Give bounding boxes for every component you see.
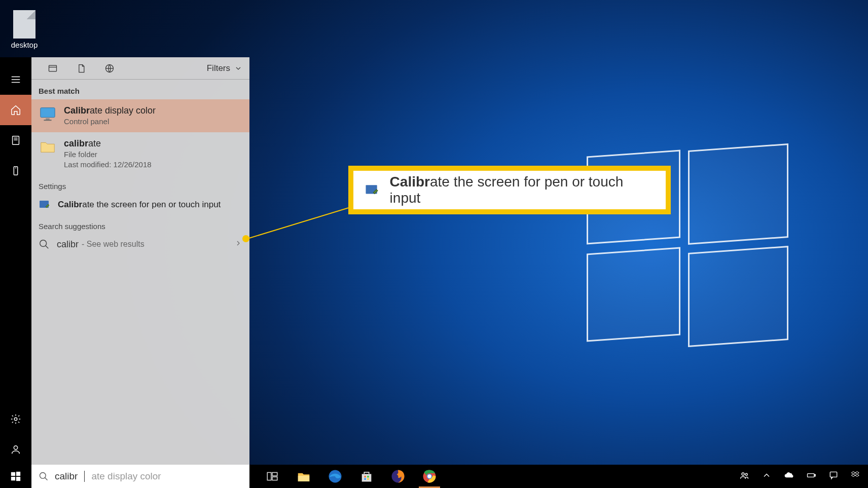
svg-rect-15 bbox=[16, 477, 20, 481]
svg-rect-24 bbox=[367, 476, 369, 478]
tray-overflow-chevron-icon[interactable] bbox=[762, 470, 772, 482]
hamburger-icon[interactable] bbox=[0, 64, 31, 95]
desktop-ini-icon[interactable]: desktop bbox=[9, 10, 40, 49]
desktop-icon-label: desktop bbox=[9, 41, 40, 49]
svg-rect-22 bbox=[362, 474, 372, 481]
start-search-panel: Filters Best match Calibrate display col… bbox=[31, 57, 249, 465]
account-icon[interactable] bbox=[0, 434, 31, 465]
svg-rect-6 bbox=[41, 108, 55, 118]
svg-rect-33 bbox=[808, 474, 814, 477]
settings-header: Settings bbox=[31, 175, 249, 195]
svg-rect-20 bbox=[298, 476, 310, 481]
result-calibrate-display-color[interactable]: Calibrate display color Control panel bbox=[31, 99, 249, 132]
svg-rect-8 bbox=[44, 120, 51, 121]
svg-rect-34 bbox=[815, 474, 816, 476]
scope-web-icon[interactable] bbox=[95, 57, 124, 80]
home-icon[interactable] bbox=[0, 95, 31, 125]
svg-rect-4 bbox=[49, 65, 57, 71]
svg-point-32 bbox=[745, 473, 747, 475]
battery-icon[interactable] bbox=[806, 470, 816, 482]
gear-icon[interactable] bbox=[0, 404, 31, 434]
taskbar-search-box[interactable]: calibrate display color bbox=[31, 465, 249, 488]
result-title: Calibrate display color bbox=[64, 104, 156, 117]
svg-rect-14 bbox=[11, 477, 15, 480]
search-icon bbox=[39, 471, 49, 481]
taskbar-pinned-apps bbox=[249, 465, 438, 488]
text-caret bbox=[84, 471, 85, 482]
edge-browser-icon[interactable] bbox=[327, 468, 344, 485]
svg-rect-12 bbox=[11, 472, 15, 476]
start-button[interactable] bbox=[0, 465, 31, 488]
settings-item-title: Calibrate the screen for pen or touch in… bbox=[58, 200, 221, 210]
callout-anchor-dot bbox=[242, 235, 249, 242]
search-typed: calibr bbox=[55, 471, 78, 482]
chevron-down-icon bbox=[234, 64, 242, 72]
monitor-icon bbox=[39, 104, 57, 123]
search-autocomplete-ghost: ate display color bbox=[91, 471, 161, 482]
suggestions-header: Search suggestions bbox=[31, 215, 249, 235]
svg-rect-23 bbox=[364, 476, 366, 478]
file-explorer-icon[interactable] bbox=[295, 468, 312, 485]
svg-rect-18 bbox=[272, 472, 277, 476]
callout-text: Calibrate the screen for pen or touch in… bbox=[390, 174, 655, 206]
folder-icon bbox=[39, 137, 57, 156]
firefox-icon[interactable] bbox=[389, 468, 407, 485]
dropbox-icon[interactable] bbox=[851, 470, 861, 482]
microsoft-store-icon[interactable] bbox=[358, 468, 375, 485]
tablet-pen-icon bbox=[39, 199, 51, 211]
filters-label: Filters bbox=[207, 63, 230, 73]
web-suggestion[interactable]: calibr - See web results bbox=[31, 235, 249, 254]
best-match-header: Best match bbox=[31, 80, 249, 99]
action-center-icon[interactable] bbox=[828, 470, 839, 482]
filters-dropdown[interactable]: Filters bbox=[207, 63, 242, 73]
onedrive-icon[interactable] bbox=[784, 470, 794, 482]
result-title: calibrate bbox=[64, 137, 152, 149]
chevron-right-icon bbox=[234, 239, 242, 249]
annotation-callout: Calibrate the screen for pen or touch in… bbox=[348, 166, 671, 214]
svg-point-31 bbox=[742, 473, 744, 475]
suggestion-typed: calibr bbox=[57, 239, 79, 250]
people-icon[interactable] bbox=[739, 470, 749, 482]
result-subtitle2: Last modified: 12/26/2018 bbox=[64, 160, 152, 170]
svg-rect-17 bbox=[267, 472, 271, 480]
file-icon bbox=[13, 10, 35, 39]
search-icon bbox=[39, 239, 50, 250]
result-subtitle: Control panel bbox=[64, 117, 156, 127]
recent-icon[interactable] bbox=[0, 125, 31, 156]
chrome-icon[interactable] bbox=[421, 468, 438, 485]
svg-rect-19 bbox=[272, 477, 277, 480]
scope-documents-icon[interactable] bbox=[67, 57, 95, 80]
svg-rect-13 bbox=[16, 472, 20, 476]
svg-rect-0 bbox=[13, 136, 19, 145]
svg-rect-35 bbox=[830, 472, 837, 477]
svg-point-3 bbox=[14, 446, 17, 449]
svg-point-2 bbox=[14, 418, 17, 421]
result-subtitle: File folder bbox=[64, 149, 152, 160]
start-left-rail bbox=[0, 57, 31, 465]
tablet-pen-icon bbox=[365, 182, 380, 198]
svg-point-16 bbox=[40, 473, 46, 479]
search-scope-toolbar: Filters bbox=[31, 57, 249, 80]
taskbar: calibrate display color bbox=[0, 465, 868, 488]
result-calibrate-folder[interactable]: calibrate File folder Last modified: 12/… bbox=[31, 132, 249, 175]
svg-point-10 bbox=[40, 240, 47, 247]
settings-calibrate-touch[interactable]: Calibrate the screen for pen or touch in… bbox=[31, 195, 249, 215]
device-icon[interactable] bbox=[0, 156, 31, 186]
scope-apps-icon[interactable] bbox=[39, 57, 67, 80]
svg-rect-26 bbox=[367, 478, 369, 480]
task-view-icon[interactable] bbox=[264, 468, 281, 485]
svg-point-30 bbox=[427, 474, 431, 478]
system-tray bbox=[739, 465, 868, 488]
svg-rect-25 bbox=[364, 478, 366, 480]
svg-rect-7 bbox=[46, 118, 50, 120]
suggestion-hint: - See web results bbox=[82, 240, 144, 249]
